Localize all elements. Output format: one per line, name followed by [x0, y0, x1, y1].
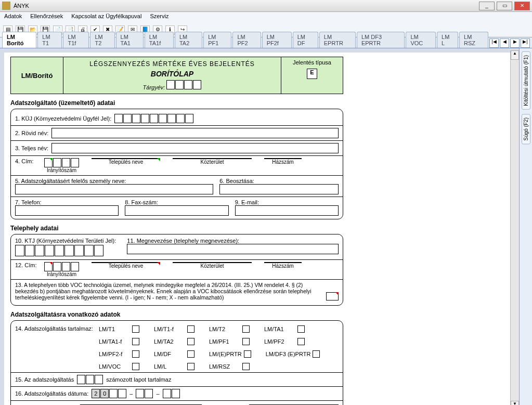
content-option[interactable]: LM/PF2 — [264, 338, 305, 345]
content-option[interactable]: LM/L — [154, 363, 194, 370]
postcode-input[interactable] — [44, 158, 79, 167]
window-maximize-button[interactable]: ▭ — [497, 2, 512, 10]
tab-lm-df3-eprtr[interactable]: LM DF3 EPRTR — [357, 32, 405, 48]
ktj-input[interactable] — [15, 245, 103, 256]
date-month-input[interactable] — [136, 389, 153, 398]
tab-lm-voc[interactable]: LM VOC — [406, 32, 436, 48]
voc-input[interactable] — [326, 292, 339, 301]
content-option-label: LM/PF2-f — [99, 351, 130, 357]
content-option[interactable]: LM/PF1 — [209, 338, 250, 345]
content-option-label: LM/RSZ — [209, 363, 240, 370]
window-close-button[interactable]: ✕ — [514, 2, 530, 10]
content-option-checkbox[interactable] — [132, 350, 139, 358]
tab-lm-t1f[interactable]: LM T1f — [63, 32, 89, 48]
site-street-label: Közterület — [200, 263, 224, 269]
window-minimize-button[interactable]: _ — [479, 2, 495, 10]
site-city-label: Település neve — [109, 263, 144, 269]
content-option-checkbox[interactable] — [187, 325, 194, 333]
tab-nav-first-icon[interactable]: |◀ — [489, 38, 499, 48]
side-tab-hint[interactable]: Kitöltési útmutató (F1) — [522, 51, 530, 110]
content-option-checkbox[interactable] — [132, 325, 139, 333]
content-option[interactable]: LM/PF2-f — [99, 350, 139, 358]
content-option-checkbox[interactable] — [313, 350, 320, 358]
tab-lm-rsz[interactable]: LM RSZ — [459, 32, 488, 48]
vertical-scrollbar[interactable]: ▲ ▼ — [510, 50, 519, 405]
full-name-label: 3. Teljes név: — [15, 145, 48, 151]
scroll-up-icon[interactable]: ▲ — [511, 50, 519, 60]
tab-lm-eprtr[interactable]: LM EPRTR — [319, 32, 356, 48]
short-name-input[interactable] — [51, 128, 339, 138]
kuj-input[interactable] — [114, 114, 193, 123]
street-label: Közterület — [200, 159, 224, 165]
content-option[interactable]: LM/T1-f — [154, 325, 194, 333]
tab-lm-ta1[interactable]: LM TA1 — [116, 32, 144, 48]
tab-lm-l[interactable]: LM L — [437, 32, 458, 48]
content-option-checkbox[interactable] — [242, 325, 250, 333]
menu-szerviz[interactable]: Szerviz — [150, 13, 168, 22]
email-input[interactable] — [235, 205, 339, 216]
tab-lm-pf2f[interactable]: LM PF2f — [262, 32, 292, 48]
content-option[interactable]: LM/TA1 — [264, 325, 305, 333]
tab-lm-t1[interactable]: LM T1 — [37, 32, 62, 48]
content-option[interactable]: LM/T2 — [209, 325, 250, 333]
content-option[interactable]: LM/DF3 (E)PRTR — [266, 350, 320, 358]
tab-lm-t2[interactable]: LM T2 — [90, 32, 114, 48]
tab-nav-prev-icon[interactable]: ◀ — [500, 38, 509, 48]
form-code: LM/Borító — [11, 57, 63, 94]
content-option-label: LM/PF1 — [209, 338, 240, 345]
phone-input[interactable] — [15, 205, 119, 216]
content-option-checkbox[interactable] — [242, 338, 250, 345]
position-label: 6. Beosztása: — [219, 178, 339, 184]
resp-person-input[interactable] — [15, 184, 213, 194]
content-option-checkbox[interactable] — [132, 338, 139, 345]
tab-nav-next-icon[interactable]: ▶ — [510, 38, 520, 48]
menu-ugyfelkapu[interactable]: Kapcsolat az Ügyfélkapuval — [71, 13, 141, 22]
side-panel: Kitöltési útmutató (F1) Súgó (F2) — [519, 48, 532, 405]
content-option[interactable]: LM/T1 — [99, 325, 139, 333]
tab-lm-pf2[interactable]: LM PF2 — [232, 32, 261, 48]
report-type-value[interactable]: E — [307, 69, 317, 79]
year-input[interactable] — [166, 80, 201, 89]
tab-lm-pf1[interactable]: LM PF1 — [203, 32, 231, 48]
tab-lm-ta2[interactable]: LM TA2 — [175, 32, 202, 48]
content-option-label: LM/T1-f — [154, 326, 185, 332]
site-city-input[interactable] — [92, 262, 160, 263]
tab-lm-borito[interactable]: LM Borító — [2, 32, 36, 48]
side-tab-help[interactable]: Súgó (F2) — [522, 114, 530, 144]
menu-ellenorzesek[interactable]: Ellenőrzések — [30, 13, 63, 22]
content-option-checkbox[interactable] — [297, 325, 305, 333]
scroll-down-icon[interactable]: ▼ — [511, 401, 519, 405]
section3-panel: 14. Adatszolgáltatás tartalmaz: LM/T1LM/… — [10, 320, 343, 405]
content-option[interactable]: LM/TA2 — [154, 338, 194, 345]
tab-nav-last-icon[interactable]: ▶| — [521, 38, 530, 48]
content-option-checkbox[interactable] — [244, 350, 251, 358]
content-option[interactable]: LM/RSZ — [209, 363, 250, 370]
city-input[interactable] — [92, 158, 160, 159]
content-option[interactable]: LM/(E)PRTR — [209, 350, 251, 358]
tab-lm-ta1f[interactable]: LM TA1f — [145, 32, 174, 48]
content-option[interactable]: LM/VOC — [99, 363, 139, 370]
city-label: Település neve — [109, 159, 144, 165]
content-option-checkbox[interactable] — [132, 363, 139, 370]
fax-input[interactable] — [125, 205, 228, 216]
full-name-input[interactable] — [51, 143, 339, 153]
content-option-checkbox[interactable] — [242, 363, 250, 370]
form-page-viewport[interactable]: LM/Borító LÉGSZENNYEZÉS MÉRTÉKE ÉVES BEJ… — [4, 53, 510, 405]
date-day-input[interactable] — [163, 389, 180, 398]
date-year-input[interactable]: 20 — [92, 389, 126, 398]
position-input[interactable] — [219, 184, 339, 194]
content-option[interactable]: LM/TA1-f — [99, 338, 139, 345]
content-option-checkbox[interactable] — [187, 338, 194, 345]
menu-adatok[interactable]: Adatok — [4, 13, 22, 22]
content-option[interactable]: LM/DF — [154, 350, 194, 358]
content-option-checkbox[interactable] — [297, 338, 305, 345]
pages-input[interactable] — [77, 375, 103, 384]
site-name-input[interactable] — [127, 244, 339, 254]
content-option-checkbox[interactable] — [187, 350, 194, 358]
tab-lm-df[interactable]: LM DF — [293, 32, 318, 48]
site-address-label: 12. Cím: — [15, 262, 41, 268]
content-option-checkbox[interactable] — [187, 363, 194, 370]
site-postcode-input[interactable] — [44, 262, 79, 271]
content-option-label: LM/T1 — [99, 326, 130, 332]
report-type-label: Jelentés típusa — [283, 59, 341, 66]
